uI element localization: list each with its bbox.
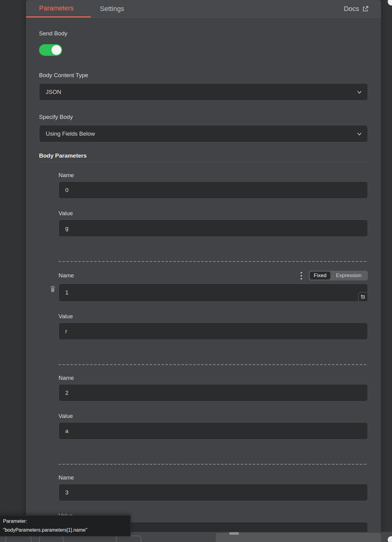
send-body-toggle[interactable]: [39, 44, 62, 56]
tooltip-line2: "bodyParameters.parameters[1].name": [3, 526, 127, 534]
value-label: Value: [59, 313, 368, 320]
body-content-type-label: Body Content Type: [39, 72, 368, 79]
specify-body-select[interactable]: Using Fields Below: [39, 125, 368, 142]
fixed-mode-button[interactable]: Fixed: [310, 272, 330, 280]
send-body-label: Send Body: [39, 30, 368, 37]
node-outline: [5, 536, 32, 542]
specify-body-label: Specify Body: [39, 113, 368, 121]
row-divider: [59, 464, 368, 465]
connector-dot: [388, 0, 392, 5]
toggle-knob: [52, 45, 61, 55]
tab-parameters-label: Parameters: [39, 4, 74, 12]
expand-editor-button[interactable]: [358, 292, 368, 301]
row-divider: [59, 261, 368, 262]
tab-settings-label: Settings: [100, 5, 124, 13]
parameter-row: Name Value: [59, 374, 368, 465]
node-handle: [229, 532, 239, 535]
specify-body-value: Using Fields Below: [46, 130, 95, 137]
name-label: Name: [59, 272, 74, 279]
body-content-type-select[interactable]: JSON: [39, 83, 368, 101]
node-details-panel: Parameters Settings Docs Send Body Body …: [26, 0, 381, 532]
value-label: Value: [59, 412, 368, 420]
docs-link[interactable]: Docs: [344, 0, 381, 17]
parameter-value-input[interactable]: [59, 323, 368, 340]
node-outline: [116, 536, 141, 542]
tab-bar: Parameters Settings Docs: [26, 0, 381, 18]
parameters-form: Send Body Body Content Type JSON Specify…: [26, 30, 381, 532]
section-divider: [39, 162, 368, 162]
trash-icon[interactable]: [50, 285, 56, 293]
parameter-value-input[interactable]: [59, 219, 368, 237]
workflow-node: [216, 533, 381, 542]
parameter-name-input[interactable]: [59, 484, 368, 501]
docs-link-label: Docs: [344, 5, 359, 13]
value-label: Value: [59, 210, 368, 217]
body-parameters-list: Name Value: [39, 172, 368, 532]
external-link-icon: [362, 5, 369, 12]
chevron-down-icon: [355, 88, 363, 96]
tab-settings[interactable]: Settings: [91, 0, 134, 17]
row-divider: [59, 364, 368, 365]
tooltip-line1: Parameter:: [3, 517, 127, 526]
chevron-down-icon: [355, 130, 363, 138]
fixed-expression-toggle: Fixed Expression: [309, 271, 368, 280]
body-content-type-value: JSON: [46, 89, 61, 95]
parameter-row: Name Value: [59, 172, 368, 262]
tab-parameters[interactable]: Parameters: [26, 0, 91, 17]
expression-mode-button[interactable]: Expression: [330, 272, 367, 280]
node-outline: [39, 536, 64, 542]
parameter-name-input[interactable]: [59, 181, 368, 199]
parameter-name-input[interactable]: [59, 384, 368, 401]
name-label: Name: [59, 172, 74, 179]
parameter-tooltip: Parameter: "bodyParameters.parameters[1]…: [0, 515, 131, 537]
name-label: Name: [59, 374, 74, 382]
parameter-value-input[interactable]: [59, 422, 368, 440]
parameter-row: Name Fixed Expression: [59, 270, 368, 365]
parameter-name-input[interactable]: [59, 283, 368, 302]
app-canvas: Parameters Settings Docs Send Body Body …: [0, 0, 392, 542]
options-dots-icon[interactable]: [300, 271, 303, 280]
body-parameters-heading: Body Parameters: [39, 152, 368, 159]
name-label: Name: [59, 474, 74, 481]
